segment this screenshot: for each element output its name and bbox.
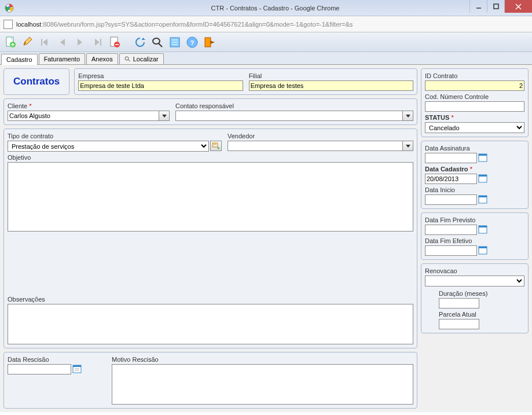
form-toolbar: ? [0,32,532,52]
calendar-icon[interactable] [478,245,487,255]
svg-line-24 [159,43,162,47]
status-label: STATUS * [425,114,524,121]
data-rescisao-field[interactable] [8,364,71,374]
svg-marker-40 [406,145,410,148]
svg-marker-17 [95,39,100,46]
objetivo-label: Objetivo [8,154,413,161]
prev-record-icon[interactable] [56,35,69,49]
data-inicio-field[interactable] [425,194,477,205]
filial-field [249,80,413,91]
tipo-field[interactable]: Prestação de serviços [8,141,209,152]
svg-rect-48 [479,175,487,177]
data-assinatura-field[interactable] [425,153,477,163]
svg-marker-35 [162,115,167,117]
data-fim-previsto-label: Data Fim Previsto [425,216,524,223]
svg-marker-22 [142,38,145,40]
renovacao-label: Renovacao [425,267,524,274]
contato-label: Contato responsável [175,102,413,109]
id-contrato-label: ID Contrato [425,72,524,79]
next-record-icon[interactable] [73,35,87,49]
first-record-icon[interactable] [38,35,52,49]
svg-rect-52 [479,226,487,227]
data-cadastro-label: Data Cadastro * [425,166,524,172]
empresa-label: Empresa [78,72,243,79]
svg-rect-31 [205,38,211,47]
calendar-icon[interactable] [478,174,487,183]
tipo-lookup-icon[interactable] [210,141,222,151]
cliente-field[interactable] [8,111,159,121]
svg-marker-14 [43,39,47,46]
vendedor-field[interactable] [228,141,403,151]
cod-controle-field[interactable] [425,101,524,112]
address-bar[interactable]: localhost:8086/webrun/form.jsp?sys=SYS&a… [0,16,532,32]
close-button[interactable] [504,0,532,13]
id-contrato-field [425,80,524,91]
tab-bar: Cadastro Faturamento Anexos Localizar [0,52,532,65]
cod-controle-label: Cod. Número Controle [425,93,524,100]
tab-cadastro[interactable]: Cadastro [1,54,38,65]
objetivo-field[interactable] [8,162,413,232]
filial-label: Filial [249,72,413,79]
svg-rect-54 [479,247,487,248]
parcela-field[interactable] [439,319,479,329]
data-fim-efetivo-label: Data Fim Efetivo [425,237,524,244]
refresh-icon[interactable] [133,35,147,49]
maximize-button[interactable] [487,0,504,13]
delete-icon[interactable] [108,35,122,49]
duracao-field[interactable] [439,298,479,309]
log-icon[interactable] [168,35,182,49]
data-cadastro-field[interactable] [425,174,477,184]
contato-dropdown-icon[interactable] [403,111,413,121]
contato-field[interactable] [175,111,403,121]
data-rescisao-label: Data Rescisão [8,356,106,363]
svg-rect-42 [73,365,81,367]
svg-line-34 [128,60,130,61]
new-record-icon[interactable] [3,35,17,49]
data-fim-efetivo-field[interactable] [425,245,477,256]
motivo-rescisao-label: Motivo Rescisão [112,356,413,363]
data-inicio-label: Data Inicio [425,186,524,193]
tab-faturamento[interactable]: Faturamento [39,53,85,64]
last-record-icon[interactable] [90,35,104,49]
svg-rect-50 [479,196,487,197]
vendedor-label: Vendedor [228,133,413,139]
svg-marker-16 [78,39,82,46]
status-field[interactable]: Cancelado [425,122,524,133]
svg-rect-37 [212,143,218,147]
window-title: CTR - Contratos - Cadastro - Google Chro… [19,5,532,12]
duracao-label: Duração (meses) [439,290,524,297]
svg-rect-46 [479,154,487,156]
parcela-label: Parcela Atual [439,311,524,318]
cliente-label: Cliente * [8,102,170,109]
form-title-box: Contratos [3,68,69,95]
calendar-icon[interactable] [478,194,487,204]
chrome-icon [5,3,14,13]
page-icon [3,20,13,29]
minimize-button[interactable] [469,0,487,13]
edit-icon[interactable] [21,35,35,49]
svg-marker-36 [406,115,410,117]
tab-anexos[interactable]: Anexos [86,53,118,64]
calendar-icon[interactable] [478,225,487,234]
search-icon[interactable] [151,35,164,49]
svg-point-23 [153,38,160,44]
vendedor-dropdown-icon[interactable] [403,141,413,151]
url-text: localhost:8086/webrun/form.jsp?sys=SYS&a… [16,21,353,28]
data-fim-previsto-field[interactable] [425,225,477,235]
renovacao-field[interactable] [425,276,524,287]
calendar-icon[interactable] [478,153,487,162]
empresa-field [78,80,243,91]
svg-text:?: ? [190,39,195,46]
svg-marker-15 [60,39,65,46]
svg-marker-32 [210,41,215,44]
motivo-rescisao-field[interactable] [112,364,413,405]
form-content: Contratos Empresa Filial [0,65,532,412]
calendar-icon[interactable] [72,364,82,373]
observacoes-field[interactable] [8,304,413,344]
tab-localizar[interactable]: Localizar [119,53,164,64]
cliente-dropdown-icon[interactable] [159,111,170,121]
svg-rect-3 [494,4,498,9]
help-icon[interactable]: ? [185,35,199,49]
window-titlebar: CTR - Contratos - Cadastro - Google Chro… [0,0,532,16]
exit-icon[interactable] [203,35,217,49]
